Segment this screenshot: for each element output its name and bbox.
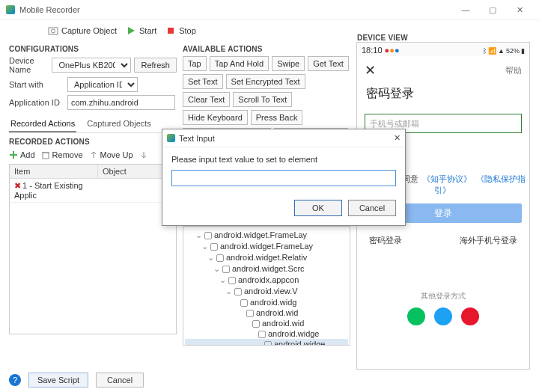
device-help-link[interactable]: 帮助 (505, 65, 522, 76)
tree-node[interactable]: android.widg (185, 297, 348, 307)
dialog-ok-button[interactable]: OK (294, 200, 342, 216)
action-chip[interactable]: Tap (183, 56, 207, 71)
device-status-bar: 18:10 ●●● ᛒ📶▲52%▮ (359, 44, 528, 56)
tree-node[interactable]: ⌄android.widget.Scrc (185, 263, 348, 275)
tree-node[interactable]: android.wid (185, 318, 348, 328)
action-chip[interactable]: Press Back (251, 110, 303, 125)
arrow-down-icon[interactable] (139, 150, 148, 159)
svg-point-1 (52, 29, 55, 33)
col-item[interactable]: Item (10, 165, 98, 178)
action-chip[interactable]: Scroll To Text (233, 92, 292, 107)
device-overseas-link[interactable]: 海外手机号登录 (460, 235, 517, 246)
action-chip[interactable]: Set Text (183, 74, 223, 89)
element-icon (210, 243, 218, 251)
svg-rect-3 (168, 28, 174, 34)
table-row[interactable]: ✖1 - Start Existing Applic (10, 179, 176, 203)
start-with-label: Start with (9, 80, 64, 89)
recorded-actions-table: Item Object ✖1 - Start Existing Applic (9, 164, 177, 334)
tree-twisty-icon[interactable]: ⌄ (195, 230, 202, 240)
element-icon (240, 299, 248, 307)
qq-login-icon[interactable] (434, 307, 452, 325)
dialog-cancel-button[interactable]: Cancel (348, 200, 396, 216)
arrow-up-icon (89, 150, 98, 159)
action-chip[interactable]: Hide Keyboard (183, 110, 248, 125)
available-heading: AVAILABLE ACTIONS (183, 45, 350, 53)
object-tree[interactable]: ⌄android.widget.FrameLay⌄android.widget.… (183, 226, 350, 346)
help-icon[interactable]: ? (9, 374, 21, 386)
start-button[interactable]: Start (123, 24, 159, 37)
element-icon (246, 310, 254, 317)
tree-node[interactable]: android.widge (185, 339, 348, 346)
tree-node[interactable]: ⌄android.view.V (185, 286, 348, 297)
weibo-login-icon[interactable] (461, 307, 479, 325)
element-icon (258, 331, 266, 338)
tab-captured-objects[interactable]: Captured Objects (85, 116, 153, 132)
device-name-label: Device Name (9, 56, 49, 74)
trash-icon (41, 150, 50, 159)
action-chip[interactable]: Tap And Hold (210, 56, 269, 71)
wifi-icon: 📶 (488, 47, 496, 55)
element-icon (204, 232, 212, 239)
tree-node[interactable]: android.widge (185, 328, 348, 339)
element-icon (264, 341, 272, 346)
stop-button[interactable]: Stop (162, 24, 199, 37)
svg-marker-2 (128, 27, 135, 34)
dialog-logo-icon (167, 134, 175, 142)
cancel-button[interactable]: Cancel (96, 373, 144, 388)
save-script-button[interactable]: Save Script (28, 373, 88, 388)
dialog-title: Text Input (179, 134, 215, 143)
minimize-button[interactable]: — (452, 2, 479, 17)
move-up-button[interactable]: Move Up (89, 150, 133, 159)
tab-recorded-actions[interactable]: Recorded Actions (9, 116, 76, 132)
device-name-select[interactable]: OnePlus KB2000 (Android 11 (52, 58, 131, 73)
element-icon (234, 288, 242, 295)
dialog-close-icon[interactable]: ✕ (394, 133, 401, 143)
action-chip[interactable]: Set Encrypted Text (226, 74, 305, 89)
wechat-login-icon[interactable] (407, 307, 425, 325)
svg-rect-4 (43, 153, 49, 159)
device-terms-link[interactable]: 《知乎协议》 (422, 174, 472, 183)
start-with-select[interactable]: Application ID (67, 77, 138, 92)
action-chip[interactable]: Clear Text (183, 92, 230, 107)
capture-object-button[interactable]: Capture Object (45, 24, 120, 37)
tree-node[interactable]: android.wid (185, 307, 348, 318)
maximize-button[interactable]: ▢ (479, 2, 506, 17)
refresh-button[interactable]: Refresh (134, 58, 177, 73)
svg-rect-0 (49, 28, 58, 34)
error-icon: ✖ (14, 181, 21, 190)
bluetooth-icon: ᛒ (483, 47, 487, 55)
text-input-dialog: Text Input ✕ Please input text value to … (162, 129, 406, 226)
close-button[interactable]: ✕ (506, 2, 533, 17)
stop-label: Stop (179, 26, 196, 35)
element-icon (228, 277, 236, 284)
element-icon (216, 254, 224, 262)
action-chip[interactable]: Get Text (308, 56, 349, 71)
play-icon (126, 25, 136, 36)
dialog-prompt: Please input text value to set to elemen… (171, 155, 396, 164)
camera-icon (48, 25, 58, 36)
tree-twisty-icon[interactable]: ⌄ (219, 275, 226, 285)
battery-icon: ▮ (521, 47, 525, 55)
window-title: Mobile Recorder (19, 5, 452, 14)
app-id-input[interactable] (67, 95, 175, 110)
tree-node[interactable]: ⌄android.widget.FrameLay (185, 230, 348, 241)
plus-icon (9, 150, 18, 159)
device-page-title: 密码登录 (359, 82, 528, 106)
tree-node[interactable]: ⌄android.widget.Relativ (185, 252, 348, 263)
tree-node[interactable]: ⌄androidx.appcon (185, 275, 348, 286)
dialog-text-input[interactable] (171, 170, 396, 186)
device-close-icon[interactable]: ✕ (365, 62, 376, 79)
device-view-heading: DEVICE VIEW (357, 34, 408, 42)
device-other-login-label: 其他登录方式 (359, 291, 528, 301)
action-chip[interactable]: Swipe (272, 56, 305, 71)
tree-twisty-icon[interactable]: ⌄ (213, 264, 220, 274)
add-button[interactable]: Add (9, 150, 35, 159)
remove-button[interactable]: Remove (41, 150, 83, 159)
device-password-login-link[interactable]: 密码登录 (369, 235, 402, 246)
tree-twisty-icon[interactable]: ⌄ (225, 287, 232, 296)
element-icon (252, 320, 260, 328)
tree-node[interactable]: ⌄android.widget.FrameLay (185, 241, 348, 252)
tree-twisty-icon[interactable]: ⌄ (201, 242, 208, 251)
app-id-label: Application ID (9, 98, 64, 107)
tree-twisty-icon[interactable]: ⌄ (207, 253, 214, 263)
